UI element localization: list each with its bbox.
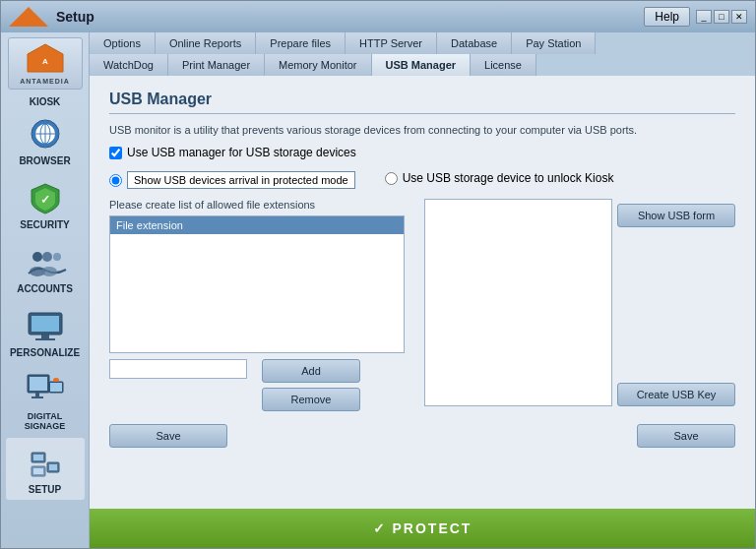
- title-bar: Setup Help _ □ ✕: [1, 1, 755, 32]
- tab-pay-station[interactable]: Pay Station: [512, 32, 596, 54]
- svg-point-12: [41, 267, 57, 276]
- save-row-left: Save: [109, 416, 405, 448]
- left-column: Please create list of allowed file exten…: [109, 199, 405, 448]
- accounts-icon: [22, 242, 69, 281]
- sidebar-setup-label: SETUP: [29, 484, 61, 495]
- svg-rect-20: [50, 383, 62, 392]
- svg-rect-18: [30, 377, 47, 391]
- right-side-buttons: Show USB form Create USB Key: [617, 199, 735, 406]
- remove-button[interactable]: Remove: [262, 388, 360, 411]
- file-extension-input[interactable]: [109, 359, 247, 379]
- svg-rect-14: [32, 316, 59, 332]
- protect-label: ✓ PROTECT: [373, 520, 472, 536]
- tab-watchdog[interactable]: WatchDog: [90, 54, 168, 76]
- window-controls: _ □ ✕: [696, 10, 747, 24]
- svg-rect-23: [53, 378, 59, 382]
- radio-unlock-kiosk: Use USB storage device to unlock Kiosk: [385, 171, 614, 185]
- radio-protected-mode-label: Show USB devices arrival in protected mo…: [127, 171, 355, 189]
- radio-protected-mode-input[interactable]: [109, 174, 122, 187]
- sidebar-item-browser[interactable]: BROWSER: [6, 109, 85, 171]
- save-main-button[interactable]: Save: [637, 424, 735, 448]
- tab-print-manager[interactable]: Print Manager: [168, 54, 265, 76]
- content-area: Options Online Reports Prepare files HTT…: [90, 32, 755, 548]
- tab-memory-monitor[interactable]: Memory Monitor: [265, 54, 371, 76]
- create-usb-key-button[interactable]: Create USB Key: [617, 383, 735, 406]
- section-label: Please create list of allowed file exten…: [109, 199, 405, 211]
- main-window: Setup Help _ □ ✕ A ANTAMEDIA KIOSK: [0, 0, 756, 549]
- svg-rect-25: [33, 455, 43, 460]
- sidebar-kiosk-label: KIOSK: [30, 96, 61, 107]
- sidebar-item-security[interactable]: ✓ SECURITY: [6, 173, 85, 235]
- tab-options[interactable]: Options: [90, 32, 156, 54]
- add-button[interactable]: Add: [262, 359, 360, 383]
- svg-rect-16: [35, 338, 55, 340]
- use-usb-manager-label: Use USB manager for USB storage devices: [127, 146, 356, 159]
- svg-rect-29: [33, 468, 43, 474]
- btn-actions: Add Remove: [262, 359, 360, 411]
- radio-unlock-kiosk-label: Use USB storage device to unlock Kiosk: [403, 171, 614, 185]
- save-row: Save: [424, 416, 735, 448]
- svg-point-9: [42, 252, 52, 262]
- minimize-button[interactable]: _: [696, 10, 712, 24]
- personalize-icon: [22, 306, 69, 345]
- security-icon: ✓: [22, 178, 69, 217]
- svg-rect-22: [32, 396, 43, 398]
- tab-prepare-files[interactable]: Prepare files: [256, 32, 346, 54]
- sidebar: A ANTAMEDIA KIOSK BROWSER: [1, 32, 90, 548]
- tab-license[interactable]: License: [471, 54, 536, 76]
- two-column-layout: Please create list of allowed file exten…: [109, 199, 735, 448]
- page-title: USB Manager: [109, 91, 735, 114]
- usb-devices-list: [424, 199, 612, 406]
- page-content: USB Manager USB monitor is a utility tha…: [90, 76, 755, 509]
- sidebar-logo-text: ANTAMEDIA: [20, 78, 69, 85]
- radio-unlock-kiosk-input[interactable]: [385, 172, 398, 185]
- main-layout: A ANTAMEDIA KIOSK BROWSER: [1, 32, 755, 548]
- right-panel: Show USB form Create USB Key: [424, 199, 735, 406]
- tabs-row2: WatchDog Print Manager Memory Monitor US…: [90, 54, 755, 76]
- browser-icon: [22, 114, 69, 153]
- use-usb-manager-row: Use USB manager for USB storage devices: [109, 146, 735, 159]
- svg-rect-21: [35, 393, 39, 396]
- file-extension-list: File extension: [109, 215, 405, 353]
- tab-online-reports[interactable]: Online Reports: [156, 32, 256, 54]
- title-bar-left: Setup: [9, 7, 94, 27]
- sidebar-security-label: SECURITY: [20, 219, 70, 230]
- protect-bar[interactable]: ✓ PROTECT: [90, 509, 755, 548]
- svg-point-10: [53, 253, 61, 261]
- sidebar-personalize-label: PERSONALIZE: [10, 347, 80, 358]
- sidebar-item-digital-signage[interactable]: DIGITAL SIGNAGE: [6, 365, 85, 436]
- kiosk-icon: A: [24, 42, 67, 78]
- setup-icon: [22, 443, 69, 482]
- tab-usb-manager[interactable]: USB Manager: [372, 54, 472, 76]
- digital-signage-icon: [22, 370, 69, 409]
- list-header: File extension: [110, 216, 404, 234]
- window-title: Setup: [56, 9, 94, 25]
- app-logo-triangle: [9, 7, 48, 27]
- svg-text:A: A: [42, 57, 48, 66]
- use-usb-manager-checkbox[interactable]: [109, 147, 122, 159]
- save-left-button[interactable]: Save: [109, 424, 227, 448]
- right-column: Show USB form Create USB Key Save: [424, 199, 735, 448]
- sidebar-item-setup[interactable]: SETUP: [6, 438, 85, 500]
- sidebar-item-kiosk[interactable]: A ANTAMEDIA: [8, 37, 83, 90]
- radio-group: Show USB devices arrival in protected mo…: [109, 171, 735, 189]
- help-button[interactable]: Help: [644, 7, 690, 27]
- close-button[interactable]: ✕: [731, 10, 747, 24]
- radio-protected-mode: Show USB devices arrival in protected mo…: [109, 171, 355, 189]
- show-usb-form-button[interactable]: Show USB form: [617, 204, 735, 227]
- sidebar-accounts-label: ACCOUNTS: [17, 283, 73, 294]
- sidebar-digital-signage-label: DIGITAL SIGNAGE: [9, 411, 82, 431]
- tab-database[interactable]: Database: [437, 32, 512, 54]
- maximize-button[interactable]: □: [714, 10, 729, 24]
- tab-http-server[interactable]: HTTP Server: [346, 32, 437, 54]
- tabs-row1: Options Online Reports Prepare files HTT…: [90, 32, 755, 54]
- sidebar-browser-label: BROWSER: [19, 155, 70, 166]
- svg-text:✓: ✓: [40, 193, 50, 207]
- svg-rect-27: [49, 464, 57, 470]
- page-description: USB monitor is a utility that prevents v…: [109, 124, 735, 136]
- svg-point-8: [32, 252, 42, 262]
- sidebar-item-accounts[interactable]: ACCOUNTS: [6, 237, 85, 299]
- list-input-row: Add Remove: [109, 359, 405, 411]
- sidebar-item-personalize[interactable]: PERSONALIZE: [6, 301, 85, 363]
